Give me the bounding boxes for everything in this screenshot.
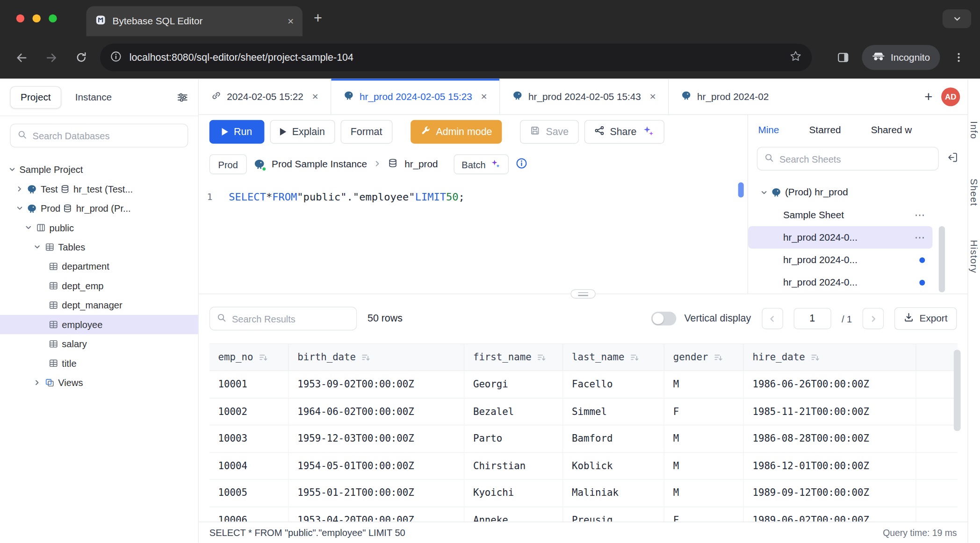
filter-settings-icon[interactable] bbox=[177, 92, 188, 103]
cell[interactable]: Anneke bbox=[464, 507, 563, 522]
admin-mode-button[interactable]: Admin mode bbox=[411, 120, 502, 144]
chevron-right-icon[interactable] bbox=[31, 379, 43, 386]
database-search[interactable] bbox=[10, 124, 188, 148]
column-header-hire-date[interactable]: hire_date bbox=[744, 344, 916, 371]
sheet-item-current[interactable]: hr_prod 2024-0... ⋯ bbox=[748, 226, 932, 249]
cell[interactable]: 1953-04-20T00:00:00Z bbox=[289, 507, 465, 522]
new-sheet-tab-button[interactable]: + bbox=[918, 88, 939, 105]
column-header-first-name[interactable]: first_name bbox=[464, 344, 563, 371]
tree-item-schema-public[interactable]: public bbox=[0, 218, 198, 237]
format-button[interactable]: Format bbox=[340, 120, 392, 144]
cell[interactable]: Preusig bbox=[563, 507, 664, 522]
cell[interactable]: 10001 bbox=[209, 371, 289, 398]
tree-item-table-salary[interactable]: salary bbox=[0, 334, 198, 353]
sheet-tab-3[interactable]: hr_prod 2024-02-05 15:43 × bbox=[500, 79, 669, 114]
tree-item-test-db[interactable]: Test hr_test (Test... bbox=[0, 179, 198, 199]
code-line-1[interactable]: 1 SELECT * FROM "public"."employee" LIMI… bbox=[199, 186, 748, 207]
cell[interactable]: F bbox=[664, 507, 744, 522]
new-tab-button[interactable]: + bbox=[314, 10, 322, 27]
page-number-input[interactable] bbox=[793, 308, 831, 329]
cell[interactable]: 1964-06-02T00:00:00Z bbox=[289, 398, 465, 425]
cell[interactable]: 1989-06-02T00:00:00Z bbox=[744, 507, 916, 522]
cell[interactable]: 10005 bbox=[209, 480, 289, 507]
tree-item-prod-db[interactable]: Prod hr_prod (Pr... bbox=[0, 199, 198, 218]
cell[interactable]: M bbox=[664, 371, 744, 398]
browser-tab[interactable]: Bytebase SQL Editor × bbox=[86, 6, 303, 36]
collapse-panel-icon[interactable] bbox=[946, 151, 959, 166]
table-row[interactable]: 10002 1964-06-02T00:00:00Z Bezalel Simme… bbox=[209, 398, 958, 425]
url-bar[interactable]: localhost:8080/sql-editor/sheet/project-… bbox=[100, 44, 812, 71]
cell[interactable]: 1989-09-12T00:00:00Z bbox=[744, 480, 916, 507]
results-search[interactable] bbox=[209, 307, 357, 330]
cell[interactable]: F bbox=[664, 398, 744, 425]
run-button[interactable]: Run bbox=[209, 120, 265, 144]
site-info-icon[interactable] bbox=[110, 50, 122, 65]
tree-item-table-department[interactable]: department bbox=[0, 257, 198, 276]
chevron-right-icon[interactable] bbox=[14, 186, 25, 193]
cell[interactable]: M bbox=[664, 480, 744, 507]
vertical-display-toggle[interactable] bbox=[651, 312, 676, 325]
tab-instance[interactable]: Instance bbox=[75, 92, 112, 103]
editor-scrollbar-thumb[interactable] bbox=[738, 182, 744, 197]
tab-project[interactable]: Project bbox=[10, 86, 61, 108]
tab-shared[interactable]: Shared w bbox=[871, 124, 912, 136]
side-panel-icon[interactable] bbox=[832, 51, 854, 64]
chevron-down-icon[interactable] bbox=[14, 205, 25, 212]
tab-sheet[interactable]: Sheet bbox=[969, 179, 980, 206]
cell[interactable]: 1955-01-21T00:00:00Z bbox=[289, 480, 465, 507]
cell[interactable]: 1985-11-21T00:00:00Z bbox=[744, 398, 916, 425]
bookmark-star-icon[interactable] bbox=[789, 50, 802, 65]
explain-button[interactable]: Explain bbox=[270, 120, 335, 144]
sheet-tab-1[interactable]: 2024-02-05 15:22 × bbox=[199, 79, 331, 114]
url-text[interactable]: localhost:8080/sql-editor/sheet/project-… bbox=[130, 52, 782, 63]
chevron-down-icon[interactable] bbox=[758, 189, 769, 196]
browser-menu-icon[interactable] bbox=[947, 52, 970, 63]
cell[interactable]: Parto bbox=[464, 425, 563, 452]
column-header-gender[interactable]: gender bbox=[664, 344, 744, 371]
cell[interactable]: 10004 bbox=[209, 452, 289, 479]
export-button[interactable]: Export bbox=[894, 307, 957, 330]
cell[interactable]: 1986-08-28T00:00:00Z bbox=[744, 425, 916, 452]
sheets-group-row[interactable]: (Prod) hr_prod bbox=[748, 181, 932, 204]
database-name[interactable]: hr_prod bbox=[404, 159, 438, 170]
more-actions-icon[interactable]: ⋯ bbox=[915, 208, 925, 221]
chevron-down-icon[interactable] bbox=[31, 243, 43, 250]
sheets-search[interactable] bbox=[757, 147, 939, 171]
reload-button[interactable] bbox=[70, 51, 93, 64]
cell[interactable]: Bezalel bbox=[464, 398, 563, 425]
tree-item-table-title[interactable]: title bbox=[0, 354, 198, 373]
results-search-input[interactable] bbox=[232, 313, 349, 324]
sql-editor[interactable]: 1 SELECT * FROM "public"."employee" LIMI… bbox=[199, 180, 748, 293]
tree-item-table-dept-manager[interactable]: dept_manager bbox=[0, 295, 198, 314]
cell[interactable]: 10006 bbox=[209, 507, 289, 522]
table-row[interactable]: 10001 1953-09-02T00:00:00Z Georgi Facell… bbox=[209, 371, 958, 398]
prev-page-button[interactable] bbox=[762, 308, 783, 329]
cell[interactable]: Maliniak bbox=[563, 480, 664, 507]
database-search-input[interactable] bbox=[33, 130, 181, 141]
sheet-item-sample[interactable]: Sample Sheet ⋯ bbox=[748, 204, 932, 226]
zoom-window-button[interactable] bbox=[49, 14, 57, 22]
table-row[interactable]: 10005 1955-01-21T00:00:00Z Kyoichi Malin… bbox=[209, 480, 958, 507]
panel-splitter[interactable] bbox=[199, 293, 967, 299]
forward-button[interactable] bbox=[40, 51, 63, 64]
table-row[interactable]: 10003 1959-12-03T00:00:00Z Parto Bamford… bbox=[209, 425, 958, 452]
tree-item-table-dept-emp[interactable]: dept_emp bbox=[0, 276, 198, 295]
cell[interactable]: 10003 bbox=[209, 425, 289, 452]
cell[interactable]: Koblick bbox=[563, 452, 664, 479]
cell[interactable]: Chirstian bbox=[464, 452, 563, 479]
table-row-partial[interactable]: 10006 1953-04-20T00:00:00Z Anneke Preusi… bbox=[209, 507, 958, 522]
cell[interactable]: 1986-12-01T00:00:00Z bbox=[744, 452, 916, 479]
tree-item-views-group[interactable]: Views bbox=[0, 373, 198, 392]
table-row[interactable]: 10004 1954-05-01T00:00:00Z Chirstian Kob… bbox=[209, 452, 958, 479]
cell[interactable]: 1986-06-26T00:00:00Z bbox=[744, 371, 916, 398]
cell[interactable]: M bbox=[664, 425, 744, 452]
cell[interactable]: Georgi bbox=[464, 371, 563, 398]
column-header-emp-no[interactable]: emp_no bbox=[209, 344, 289, 371]
sheet-tab-2-active[interactable]: hr_prod 2024-02-05 15:23 × bbox=[331, 79, 500, 114]
cell[interactable]: 1953-09-02T00:00:00Z bbox=[289, 371, 465, 398]
sheet-tab-4[interactable]: hr_prod 2024-02 bbox=[669, 79, 918, 114]
tab-info[interactable]: Info bbox=[969, 121, 980, 139]
tab-starred[interactable]: Starred bbox=[809, 124, 841, 136]
close-icon[interactable]: × bbox=[650, 90, 656, 103]
chevron-down-icon[interactable] bbox=[22, 224, 34, 231]
